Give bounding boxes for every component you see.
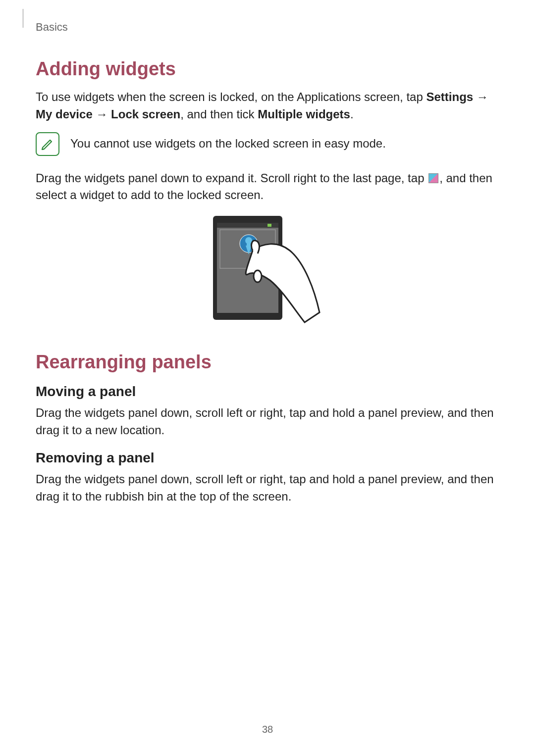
drag-paragraph: Drag the widgets panel down to expand it…	[36, 170, 499, 204]
intro-paragraph: To use widgets when the screen is locked…	[36, 89, 499, 123]
intro-mid: , and then tick	[180, 107, 258, 121]
path-multiple-widgets: Multiple widgets	[258, 107, 350, 121]
svg-rect-8	[247, 244, 251, 249]
path-my-device: My device	[36, 107, 93, 121]
svg-point-9	[254, 270, 262, 282]
note-text: You cannot use widgets on the locked scr…	[70, 132, 386, 152]
path-lock-screen: Lock screen	[111, 107, 180, 121]
svg-rect-4	[268, 224, 271, 227]
removing-panel-body: Drag the widgets panel down, scroll left…	[36, 471, 499, 505]
page-number: 38	[0, 724, 535, 735]
moving-panel-body: Drag the widgets panel down, scroll left…	[36, 404, 499, 439]
device-gesture-illustration	[203, 216, 332, 330]
page-content: Basics Adding widgets To use widgets whe…	[0, 0, 535, 505]
drag-pre: Drag the widgets panel down to expand it…	[36, 171, 428, 185]
add-widget-icon	[428, 173, 438, 183]
section-title-adding-widgets: Adding widgets	[36, 58, 499, 80]
intro-text: To use widgets when the screen is locked…	[36, 90, 426, 103]
intro-end: .	[350, 107, 354, 121]
figure-drag-gesture	[36, 216, 499, 330]
note-icon	[36, 132, 59, 156]
arrow-2: →	[93, 107, 111, 121]
breadcrumb: Basics	[36, 21, 499, 34]
section-title-rearranging-panels: Rearranging panels	[36, 352, 499, 373]
note-block: You cannot use widgets on the locked scr…	[36, 132, 499, 156]
path-settings: Settings	[426, 90, 473, 103]
svg-line-0	[42, 149, 44, 150]
header-rule	[23, 9, 23, 28]
arrow-1: →	[473, 90, 488, 103]
subheading-removing-panel: Removing a panel	[36, 450, 499, 466]
pencil-note-icon	[40, 137, 55, 151]
subheading-moving-panel: Moving a panel	[36, 384, 499, 400]
